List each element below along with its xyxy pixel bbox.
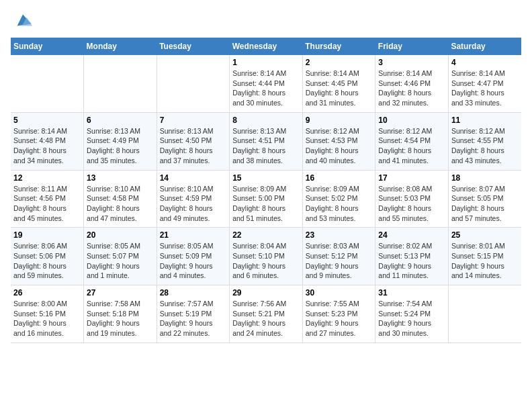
day-number: 1 [232, 58, 300, 67]
day-number: 13 [87, 173, 154, 183]
day-number: 9 [306, 116, 373, 125]
calendar-week-row: 5Sunrise: 8:14 AM Sunset: 4:48 PM Daylig… [11, 112, 521, 170]
calendar-cell: 16Sunrise: 8:09 AM Sunset: 5:02 PM Dayli… [302, 170, 375, 228]
calendar-cell: 2Sunrise: 8:14 AM Sunset: 4:45 PM Daylig… [302, 55, 375, 112]
day-number: 12 [13, 173, 81, 183]
day-info: Sunrise: 8:03 AM Sunset: 5:12 PM Dayligh… [306, 241, 373, 281]
day-number: 26 [13, 288, 81, 298]
calendar-cell: 28Sunrise: 7:57 AM Sunset: 5:19 PM Dayli… [157, 285, 230, 343]
logo [11, 11, 32, 30]
day-info: Sunrise: 8:13 AM Sunset: 4:49 PM Dayligh… [87, 126, 154, 166]
calendar-cell: 25Sunrise: 8:01 AM Sunset: 5:15 PM Dayli… [448, 228, 521, 285]
calendar-week-row: 1Sunrise: 8:14 AM Sunset: 4:44 PM Daylig… [11, 55, 521, 112]
calendar-week-row: 12Sunrise: 8:11 AM Sunset: 4:56 PM Dayli… [11, 170, 521, 228]
day-number: 20 [87, 230, 154, 240]
day-number: 30 [306, 288, 373, 298]
calendar-cell: 22Sunrise: 8:04 AM Sunset: 5:10 PM Dayli… [230, 228, 303, 285]
day-info: Sunrise: 8:07 AM Sunset: 5:05 PM Dayligh… [451, 184, 519, 224]
day-number: 18 [451, 173, 519, 183]
day-info: Sunrise: 8:14 AM Sunset: 4:45 PM Dayligh… [306, 68, 373, 108]
weekday-header: Monday [84, 38, 157, 55]
calendar-header-row: SundayMondayTuesdayWednesdayThursdayFrid… [11, 38, 521, 55]
day-info: Sunrise: 8:04 AM Sunset: 5:10 PM Dayligh… [232, 241, 300, 281]
day-info: Sunrise: 8:14 AM Sunset: 4:44 PM Dayligh… [232, 68, 300, 108]
calendar-table: SundayMondayTuesdayWednesdayThursdayFrid… [11, 38, 521, 343]
calendar-cell: 19Sunrise: 8:06 AM Sunset: 5:06 PM Dayli… [11, 228, 84, 285]
day-info: Sunrise: 8:09 AM Sunset: 5:02 PM Dayligh… [306, 184, 373, 224]
day-number: 25 [451, 230, 519, 240]
calendar-cell: 11Sunrise: 8:12 AM Sunset: 4:55 PM Dayli… [448, 112, 521, 170]
calendar-cell: 31Sunrise: 7:54 AM Sunset: 5:24 PM Dayli… [375, 285, 449, 343]
day-number: 3 [378, 58, 445, 67]
weekday-header: Saturday [448, 38, 521, 55]
calendar-week-row: 26Sunrise: 8:00 AM Sunset: 5:16 PM Dayli… [11, 285, 521, 343]
day-number: 7 [160, 116, 227, 125]
day-number: 24 [378, 230, 445, 240]
calendar-cell: 14Sunrise: 8:10 AM Sunset: 4:59 PM Dayli… [157, 170, 230, 228]
day-number: 19 [13, 230, 81, 240]
calendar-cell: 23Sunrise: 8:03 AM Sunset: 5:12 PM Dayli… [302, 228, 375, 285]
calendar-cell: 1Sunrise: 8:14 AM Sunset: 4:44 PM Daylig… [230, 55, 303, 112]
day-info: Sunrise: 8:11 AM Sunset: 4:56 PM Dayligh… [13, 184, 81, 224]
day-info: Sunrise: 8:01 AM Sunset: 5:15 PM Dayligh… [451, 241, 519, 281]
calendar-cell [11, 55, 84, 112]
day-number: 31 [378, 288, 445, 298]
calendar-cell: 7Sunrise: 8:13 AM Sunset: 4:50 PM Daylig… [157, 112, 230, 170]
calendar-cell: 13Sunrise: 8:10 AM Sunset: 4:58 PM Dayli… [84, 170, 157, 228]
day-info: Sunrise: 8:02 AM Sunset: 5:13 PM Dayligh… [378, 241, 445, 281]
day-info: Sunrise: 8:14 AM Sunset: 4:48 PM Dayligh… [13, 126, 81, 166]
calendar-cell: 15Sunrise: 8:09 AM Sunset: 5:00 PM Dayli… [230, 170, 303, 228]
calendar-cell: 30Sunrise: 7:55 AM Sunset: 5:23 PM Dayli… [302, 285, 375, 343]
day-number: 15 [232, 173, 300, 183]
day-number: 14 [160, 173, 227, 183]
day-info: Sunrise: 8:12 AM Sunset: 4:54 PM Dayligh… [378, 126, 445, 166]
calendar-week-row: 19Sunrise: 8:06 AM Sunset: 5:06 PM Dayli… [11, 228, 521, 285]
day-number: 16 [306, 173, 373, 183]
day-info: Sunrise: 7:56 AM Sunset: 5:21 PM Dayligh… [232, 299, 300, 338]
page-header [11, 11, 521, 30]
calendar-cell [157, 55, 230, 112]
calendar-cell: 4Sunrise: 8:14 AM Sunset: 4:47 PM Daylig… [448, 55, 521, 112]
day-number: 4 [451, 58, 519, 67]
day-info: Sunrise: 8:05 AM Sunset: 5:07 PM Dayligh… [87, 241, 154, 281]
day-info: Sunrise: 8:05 AM Sunset: 5:09 PM Dayligh… [160, 241, 227, 281]
calendar-cell: 20Sunrise: 8:05 AM Sunset: 5:07 PM Dayli… [84, 228, 157, 285]
day-info: Sunrise: 8:12 AM Sunset: 4:55 PM Dayligh… [451, 126, 519, 166]
calendar-cell [84, 55, 157, 112]
day-info: Sunrise: 8:10 AM Sunset: 4:59 PM Dayligh… [160, 184, 227, 224]
calendar-cell: 29Sunrise: 7:56 AM Sunset: 5:21 PM Dayli… [230, 285, 303, 343]
calendar-cell: 12Sunrise: 8:11 AM Sunset: 4:56 PM Dayli… [11, 170, 84, 228]
weekday-header: Thursday [302, 38, 375, 55]
day-number: 28 [160, 288, 227, 298]
calendar-cell: 9Sunrise: 8:12 AM Sunset: 4:53 PM Daylig… [302, 112, 375, 170]
weekday-header: Wednesday [230, 38, 303, 55]
day-number: 17 [378, 173, 445, 183]
day-number: 29 [232, 288, 300, 298]
calendar-cell: 8Sunrise: 8:13 AM Sunset: 4:51 PM Daylig… [230, 112, 303, 170]
day-info: Sunrise: 7:54 AM Sunset: 5:24 PM Dayligh… [378, 299, 445, 338]
day-info: Sunrise: 7:57 AM Sunset: 5:19 PM Dayligh… [160, 299, 227, 338]
day-info: Sunrise: 8:08 AM Sunset: 5:03 PM Dayligh… [378, 184, 445, 224]
day-info: Sunrise: 8:14 AM Sunset: 4:47 PM Dayligh… [451, 68, 519, 108]
day-number: 22 [232, 230, 300, 240]
day-info: Sunrise: 8:09 AM Sunset: 5:00 PM Dayligh… [232, 184, 300, 224]
calendar-cell: 18Sunrise: 8:07 AM Sunset: 5:05 PM Dayli… [448, 170, 521, 228]
day-number: 23 [306, 230, 373, 240]
day-number: 27 [87, 288, 154, 298]
calendar-cell [448, 285, 521, 343]
day-info: Sunrise: 8:10 AM Sunset: 4:58 PM Dayligh… [87, 184, 154, 224]
day-number: 6 [87, 116, 154, 125]
day-info: Sunrise: 8:00 AM Sunset: 5:16 PM Dayligh… [13, 299, 81, 338]
day-info: Sunrise: 8:12 AM Sunset: 4:53 PM Dayligh… [306, 126, 373, 166]
day-number: 21 [160, 230, 227, 240]
calendar-cell: 17Sunrise: 8:08 AM Sunset: 5:03 PM Dayli… [375, 170, 449, 228]
day-info: Sunrise: 7:58 AM Sunset: 5:18 PM Dayligh… [87, 299, 154, 338]
day-number: 10 [378, 116, 445, 125]
day-info: Sunrise: 8:13 AM Sunset: 4:51 PM Dayligh… [232, 126, 300, 166]
day-info: Sunrise: 8:14 AM Sunset: 4:46 PM Dayligh… [378, 68, 445, 108]
calendar-cell: 24Sunrise: 8:02 AM Sunset: 5:13 PM Dayli… [375, 228, 449, 285]
weekday-header: Friday [375, 38, 449, 55]
calendar-cell: 3Sunrise: 8:14 AM Sunset: 4:46 PM Daylig… [375, 55, 449, 112]
day-info: Sunrise: 7:55 AM Sunset: 5:23 PM Dayligh… [306, 299, 373, 338]
day-info: Sunrise: 8:06 AM Sunset: 5:06 PM Dayligh… [13, 241, 81, 281]
